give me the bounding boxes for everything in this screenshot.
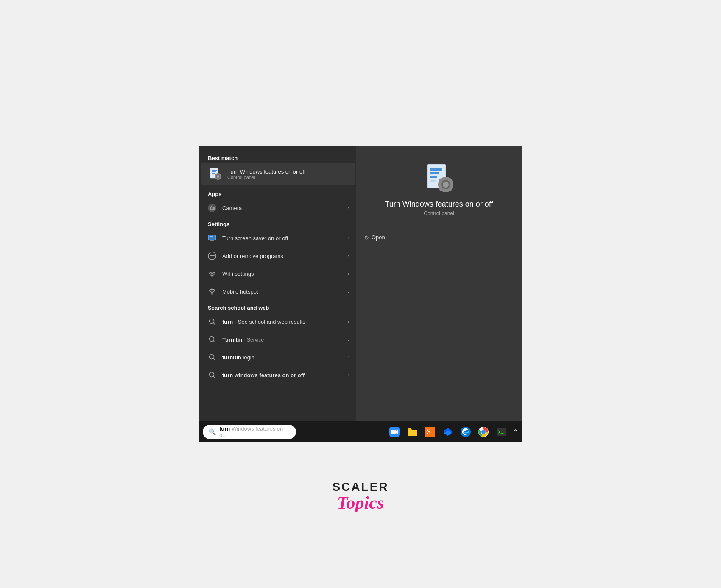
search-turn-chevron: › <box>348 319 349 324</box>
add-remove-icon <box>206 250 218 262</box>
svg-line-28 <box>213 323 215 325</box>
hotspot-icon <box>206 286 218 297</box>
svg-point-62 <box>481 430 486 434</box>
svg-rect-2 <box>212 171 216 172</box>
svg-rect-46 <box>451 184 453 185</box>
svg-line-32 <box>213 358 215 360</box>
taskbar-sublime-icon[interactable]: S <box>422 424 438 440</box>
search-turnitin-login-label: turnitin login <box>222 354 348 361</box>
camera-chevron: › <box>348 205 349 210</box>
taskbar-search-text: turn Windows features on o... <box>219 426 290 438</box>
best-match-title: Turn Windows features on or off <box>227 168 305 175</box>
screen-saver-label: Turn screen saver on or off <box>222 235 348 241</box>
add-remove-label: Add or remove programs <box>222 253 348 259</box>
search-typed: turn <box>219 426 230 432</box>
open-label: Open <box>372 234 385 241</box>
svg-rect-38 <box>430 176 437 178</box>
apps-camera-item[interactable]: Camera › <box>199 199 356 217</box>
right-panel: Turn Windows features on or off Control … <box>356 146 522 421</box>
svg-point-6 <box>217 175 219 178</box>
svg-rect-10 <box>220 176 221 177</box>
svg-text:S: S <box>427 428 431 436</box>
app-subtitle-large: Control panel <box>424 210 454 216</box>
open-icon: ⎋ <box>365 234 368 241</box>
search-turn-win-chevron: › <box>348 372 349 378</box>
svg-rect-43 <box>445 177 447 179</box>
svg-rect-3 <box>212 173 215 174</box>
scaler-logo: SCALER Topics <box>332 480 388 512</box>
svg-point-25 <box>212 276 213 277</box>
camera-icon <box>206 202 218 214</box>
svg-rect-7 <box>218 174 218 175</box>
best-match-header: Best match <box>199 152 356 163</box>
search-turn-win-item[interactable]: turn windows features on or off › <box>199 366 356 384</box>
search-turnitin-item[interactable]: Turnitin - Service › <box>199 330 356 348</box>
svg-rect-20 <box>211 241 213 241</box>
search-turnitin-chevron: › <box>348 337 349 342</box>
right-divider <box>365 225 513 225</box>
wifi-icon <box>206 268 218 280</box>
svg-rect-36 <box>430 168 442 171</box>
app-title-large: Turn Windows features on or off <box>385 200 493 209</box>
svg-rect-1 <box>212 170 217 171</box>
svg-rect-17 <box>209 235 215 240</box>
open-button[interactable]: ⎋ Open <box>365 232 385 242</box>
svg-point-42 <box>443 182 449 188</box>
search-web-icon-3 <box>206 351 218 363</box>
taskbar-chrome-icon[interactable] <box>475 424 492 440</box>
search-web-icon-4 <box>206 369 218 381</box>
search-popup: Best match <box>199 146 522 421</box>
svg-rect-52 <box>391 430 396 434</box>
settings-section-header: Settings <box>199 218 356 229</box>
search-turn-item[interactable]: turn - See school and web results › <box>199 313 356 330</box>
screen-saver-icon <box>206 232 218 244</box>
taskbar-zoom-icon[interactable] <box>386 424 402 440</box>
apps-section-header: Apps <box>199 188 356 199</box>
camera-label: Camera <box>222 205 348 211</box>
search-web-icon-1 <box>206 316 218 328</box>
settings-screen-saver-item[interactable]: Turn screen saver on or off › <box>199 229 356 247</box>
svg-rect-8 <box>218 179 218 180</box>
svg-rect-45 <box>438 184 441 185</box>
left-panel: Best match <box>199 146 356 421</box>
settings-wifi-item[interactable]: WiFi settings › <box>199 265 356 283</box>
search-turn-label: turn - See school and web results <box>222 319 348 325</box>
search-turn-win-label: turn windows features on or off <box>222 372 348 378</box>
svg-point-14 <box>212 208 212 209</box>
wifi-label: WiFi settings <box>222 271 348 277</box>
add-remove-chevron: › <box>348 253 349 258</box>
svg-line-30 <box>213 341 215 342</box>
search-turnitin-login-item[interactable]: turnitin login › <box>199 348 356 366</box>
search-turnitin-login-chevron: › <box>348 355 349 360</box>
taskbar: 🔍 turn Windows features on o... <box>199 421 522 442</box>
svg-point-26 <box>211 293 213 295</box>
settings-hotspot-item[interactable]: Mobile hotspot › <box>199 283 356 300</box>
taskbar-terminal-icon[interactable] <box>493 424 509 440</box>
svg-rect-44 <box>445 190 447 192</box>
scaler-text: SCALER <box>332 480 388 494</box>
hotspot-label: Mobile hotspot <box>222 288 348 295</box>
svg-rect-39 <box>430 180 436 182</box>
taskbar-dropbox-icon[interactable] <box>440 424 456 440</box>
best-match-item[interactable]: Turn Windows features on or off Control … <box>201 163 355 185</box>
windows-features-icon <box>208 166 223 182</box>
wifi-chevron: › <box>348 271 349 276</box>
svg-rect-18 <box>210 236 213 237</box>
taskbar-search-bar[interactable]: 🔍 turn Windows features on o... <box>203 425 296 439</box>
svg-rect-15 <box>211 206 212 207</box>
settings-add-remove-item[interactable]: Add or remove programs › <box>199 247 356 265</box>
taskbar-edge-icon[interactable] <box>458 424 474 440</box>
taskbar-files-icon[interactable] <box>404 424 420 440</box>
svg-rect-63 <box>497 428 506 436</box>
app-icon-large <box>424 162 454 193</box>
taskbar-chevron[interactable]: ⌃ <box>513 428 518 436</box>
topics-text: Topics <box>332 494 388 512</box>
search-web-section-header: Search school and web <box>199 302 356 313</box>
svg-rect-37 <box>430 172 439 174</box>
hotspot-chevron: › <box>348 289 349 294</box>
svg-line-34 <box>213 376 215 378</box>
screen-container: Best match <box>199 146 522 442</box>
search-web-icon-2 <box>206 333 218 345</box>
taskbar-search-icon: 🔍 <box>209 428 216 435</box>
search-turnitin-label: Turnitin - Service <box>222 336 348 343</box>
